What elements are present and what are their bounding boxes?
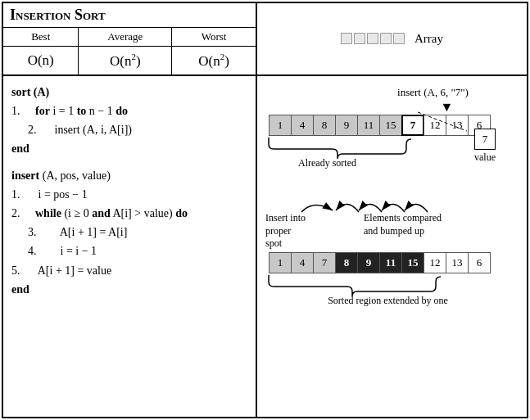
code-panel: sort (A) 1. for i = 1 to n − 1 do 2. ins… <box>3 76 257 417</box>
value-box: 7 <box>474 129 496 150</box>
cell-4: 11 <box>357 115 380 136</box>
bot-cell-9: 6 <box>468 252 491 273</box>
cell-7: 12 <box>424 115 446 136</box>
complexity-panel: Insertion Sort Best Average Worst O(n) O… <box>3 3 257 75</box>
insert-line-3: 3. A[i + 1] = A[i] <box>28 223 247 242</box>
cell-1: 4 <box>291 115 314 136</box>
insert-header: insert (A, pos, value) <box>11 166 247 185</box>
bottom-section: sort (A) 1. for i = 1 to n − 1 do 2. ins… <box>3 76 527 417</box>
cell-2: 8 <box>313 115 336 136</box>
arrow-5-4 <box>382 205 405 213</box>
insert-line-4: 4. i = i − 1 <box>28 242 247 260</box>
legend-box-1 <box>341 33 352 44</box>
cell-8: 13 <box>446 115 469 136</box>
legend-box-3 <box>367 33 378 44</box>
bottom-array: 1 4 7 8 9 11 15 12 13 6 <box>269 252 519 273</box>
insert-end: end <box>11 280 247 299</box>
legend-box-5 <box>393 33 405 44</box>
sort-line-2: 2. insert (A, i, A[i]) <box>28 120 247 139</box>
insert-spot-label: Insert intoproperspot <box>265 212 331 251</box>
arrow-4-3 <box>359 205 382 213</box>
bot-cell-5: 11 <box>379 252 402 273</box>
bottom-diagram: Insert intoproperspot Elements compareda… <box>265 212 519 307</box>
sort-header: sort (A) <box>11 83 247 102</box>
elements-compared-label: Elements comparedand bumped up <box>364 212 470 251</box>
complexity-table: Best Average Worst O(n) O(n2) O(n2) <box>3 28 256 75</box>
sort-line-1: 1. for i = 1 to n − 1 do <box>11 102 247 120</box>
insert-line-2: 2. while (i ≥ 0 and A[i] > value) do <box>11 204 247 223</box>
legend-box-2 <box>354 33 365 44</box>
val-best: O(n) <box>3 47 79 75</box>
legend-label: Array <box>414 32 443 46</box>
sort-end: end <box>11 139 247 158</box>
bottom-labels: Insert intoproperspot Elements compareda… <box>265 212 519 251</box>
bottom-arrows-svg <box>269 187 523 217</box>
title-row: Insertion Sort <box>3 3 256 28</box>
legend-panel: Array <box>257 3 527 75</box>
array-legend: Array <box>341 32 443 46</box>
val-worst: O(n2) <box>172 47 256 75</box>
legend-box-4 <box>380 33 392 44</box>
cell-0: 1 <box>269 115 292 136</box>
bot-cell-6: 15 <box>401 252 424 273</box>
insert-line-5: 5. A[i + 1] = value <box>11 261 247 280</box>
col-best: Best <box>3 28 79 47</box>
value-label: value <box>474 151 496 164</box>
diagram-panel: insert (A, 6, "7") ▼ 1 4 8 9 11 15 7 12 … <box>257 76 527 417</box>
arrow-insert <box>301 205 333 213</box>
arrow-3-2 <box>336 205 359 213</box>
top-section: Insertion Sort Best Average Worst O(n) O… <box>3 3 527 76</box>
legend-boxes <box>341 33 406 44</box>
sorted-label: Sorted region extended by one <box>257 295 519 307</box>
bot-cell-2: 7 <box>313 252 336 273</box>
arrow-6-5 <box>405 205 428 213</box>
page-title: Insertion Sort <box>10 7 249 24</box>
sort-block: sort (A) 1. for i = 1 to n − 1 do 2. ins… <box>11 83 247 158</box>
cell-6-inserting: 7 <box>401 115 424 136</box>
bot-cell-4: 9 <box>357 252 380 273</box>
cell-3: 9 <box>335 115 358 136</box>
main-container: Insertion Sort Best Average Worst O(n) O… <box>2 2 528 418</box>
insert-call-label: insert (A, 6, "7") <box>347 86 519 99</box>
col-average: Average <box>79 28 172 47</box>
insert-line-1: 1. i = pos − 1 <box>11 185 247 204</box>
val-average: O(n2) <box>79 47 172 75</box>
bot-cell-1: 4 <box>291 252 314 273</box>
bot-cell-3: 8 <box>335 252 358 273</box>
insert-arrow: ▼ <box>375 100 519 115</box>
bot-cell-8: 13 <box>446 252 469 273</box>
col-worst: Worst <box>172 28 256 47</box>
bot-cell-0: 1 <box>269 252 292 273</box>
bot-cell-7: 12 <box>424 252 446 273</box>
value-box-area: 7 value <box>474 129 496 164</box>
cell-5: 15 <box>379 115 402 136</box>
insert-block: insert (A, pos, value) 1. i = pos − 1 2.… <box>11 166 247 299</box>
